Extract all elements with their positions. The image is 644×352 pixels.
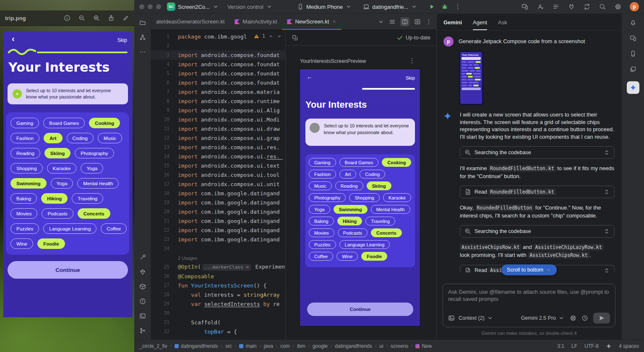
code-line[interactable]: 12import androidx.compose.ui.grap [151, 133, 285, 142]
gemini-tab-agent[interactable]: Agent [473, 19, 487, 30]
problems-icon[interactable] [139, 298, 146, 305]
code-line[interactable]: 25@OptIn(...markerClass = Experiment [151, 262, 285, 272]
plugin-icon[interactable] [568, 3, 575, 10]
project-widget[interactable]: SC Screen2Co... [167, 3, 219, 11]
zoom-in-icon[interactable] [93, 15, 100, 21]
code-line[interactable]: 17import androidx.compose.ui.unit [151, 179, 285, 189]
code-line[interactable]: 10import androidx.compose.ui.Modi [151, 115, 285, 124]
debug-button[interactable] [441, 3, 448, 10]
code-line[interactable]: 32 topBar = { [151, 327, 285, 336]
breadcrumb-item[interactable]: ui [379, 343, 383, 349]
code-line[interactable]: 5import androidx.compose.foundat [151, 69, 285, 78]
zoom-window-button[interactable] [156, 4, 161, 9]
package-icon[interactable] [139, 283, 146, 290]
breadcrumb-item[interactable]: datingandfriends [335, 343, 372, 349]
code-line[interactable]: 24 [151, 244, 285, 253]
code-line[interactable]: 4import androidx.compose.foundat [151, 60, 285, 69]
inspections-widget[interactable]: 1 [253, 33, 283, 39]
markup-icon[interactable] [123, 15, 129, 21]
unfold-icon[interactable] [603, 228, 610, 235]
gem-icon[interactable] [139, 269, 146, 275]
unfold-icon[interactable] [603, 149, 610, 156]
code-line[interactable]: 19import com.ibm.google.datingand [151, 198, 285, 207]
search-icon[interactable] [599, 3, 606, 10]
context-selector[interactable]: Context (2) [459, 315, 493, 321]
design-view-button[interactable] [414, 18, 421, 25]
next-problem-icon[interactable] [276, 34, 282, 39]
info-icon[interactable] [64, 15, 70, 21]
breadcrumb-item[interactable]: google [313, 343, 328, 349]
project-folder-icon[interactable] [139, 19, 146, 26]
attach-image-icon[interactable] [448, 315, 455, 321]
more-icon[interactable] [139, 49, 146, 55]
branch-icon[interactable] [139, 327, 146, 334]
indent-setting[interactable]: 4 spaces [619, 343, 639, 349]
device-mirroring-icon[interactable] [521, 3, 528, 10]
settings-icon[interactable] [615, 3, 621, 10]
line-separator[interactable]: LF [571, 343, 577, 349]
code-line[interactable]: 13import androidx.compose.ui.res. [151, 142, 285, 152]
ai-status-icon[interactable] [606, 343, 612, 349]
sync-icon[interactable] [584, 3, 590, 10]
device-manager-icon[interactable] [630, 50, 636, 57]
prev-problem-icon[interactable] [268, 34, 274, 39]
breadcrumb-item[interactable]: screens [391, 343, 408, 349]
breadcrumb-item[interactable]: _circle_2_fix [139, 343, 167, 349]
code-line[interactable]: 28 val interests = stringArray [151, 290, 285, 299]
code-line[interactable]: 7import androidx.compose.materia [151, 87, 285, 96]
user-avatar[interactable]: p [630, 2, 639, 11]
close-icon[interactable] [332, 19, 336, 24]
code-line[interactable]: 23import com.ibm.google.datingand [151, 235, 285, 244]
editor-tab[interactable]: ateIdeasGeneratorScreen.kt [151, 14, 229, 29]
terminal-icon[interactable] [139, 313, 146, 319]
share-icon[interactable] [108, 15, 115, 21]
agent-step-card[interactable]: Searching the codebase [460, 225, 615, 238]
editor-options-icon[interactable] [425, 18, 432, 25]
file-encoding[interactable]: UTF-8 [584, 343, 599, 349]
run-config-selector[interactable]: datingandfrie... [363, 3, 417, 10]
ai-assist-icon[interactable] [537, 3, 544, 10]
breadcrumb-item[interactable]: datingandfriends [175, 343, 218, 349]
gemini-prompt-input[interactable]: Ask Gemini, use @filename to attach sour… [443, 284, 615, 327]
code-line[interactable]: 27fun YourInterestsScreen() { [151, 281, 285, 290]
code-line[interactable]: 18import com.ibm.google.datingand [151, 189, 285, 198]
model-selector[interactable]: Gemini 2.5 Pro [521, 315, 565, 321]
breadcrumb-item[interactable]: main [239, 343, 256, 349]
minimize-window-button[interactable] [148, 4, 153, 9]
task-list-icon[interactable] [553, 3, 559, 10]
running-devices-icon[interactable] [630, 35, 636, 41]
agent-step-card[interactable]: Read RoundedFilledButton.kt [460, 186, 615, 198]
breadcrumb-item[interactable]: New [415, 343, 432, 349]
code-line[interactable]: 20import com.ibm.google.datingand [151, 207, 285, 216]
breadcrumb-item[interactable]: ibm [297, 343, 305, 349]
code-line[interactable]: 8import androidx.compose.runtime [151, 96, 285, 106]
code-line[interactable]: 3import androidx.compose.foundat [151, 50, 285, 60]
build-refresh-icon[interactable] [292, 34, 298, 41]
code-line[interactable]: 22import com.ibm.google.datingand [151, 225, 285, 235]
history-icon[interactable] [581, 315, 588, 321]
unfold-icon[interactable] [603, 267, 610, 272]
run-button[interactable] [428, 3, 435, 10]
hidden-tabs-icon[interactable] [378, 18, 384, 25]
breadcrumb-item[interactable]: java [264, 343, 273, 349]
window-controls[interactable] [139, 4, 161, 9]
scroll-to-bottom-button[interactable]: Scroll to bottom [501, 264, 557, 275]
zoom-out-icon[interactable] [78, 15, 85, 21]
code-editor[interactable]: 1 1package com.ibm.googl23import android… [151, 30, 285, 339]
device-selector[interactable]: Medium Phone [297, 3, 352, 10]
code-line[interactable]: 11import androidx.compose.ui.draw [151, 124, 285, 133]
layers-icon[interactable] [630, 66, 636, 72]
code-line[interactable]: 31 Scaffold( [151, 318, 285, 327]
breadcrumb-item[interactable]: src [225, 343, 232, 349]
code-line[interactable]: 16import androidx.compose.ui.tool [151, 170, 285, 179]
code-line[interactable]: 2 [151, 41, 285, 50]
structure-icon[interactable] [139, 34, 146, 41]
notifications-icon[interactable] [630, 19, 636, 26]
gemini-tool-button[interactable] [627, 81, 639, 94]
split-view-button[interactable] [400, 17, 409, 26]
editor-tab[interactable]: MainActivity.kt [229, 14, 282, 29]
code-line[interactable]: 14import androidx.compose.ui.res._ [151, 152, 285, 161]
code-view-button[interactable] [389, 18, 396, 25]
more-actions-icon[interactable] [454, 3, 461, 10]
close-window-button[interactable] [139, 4, 144, 9]
